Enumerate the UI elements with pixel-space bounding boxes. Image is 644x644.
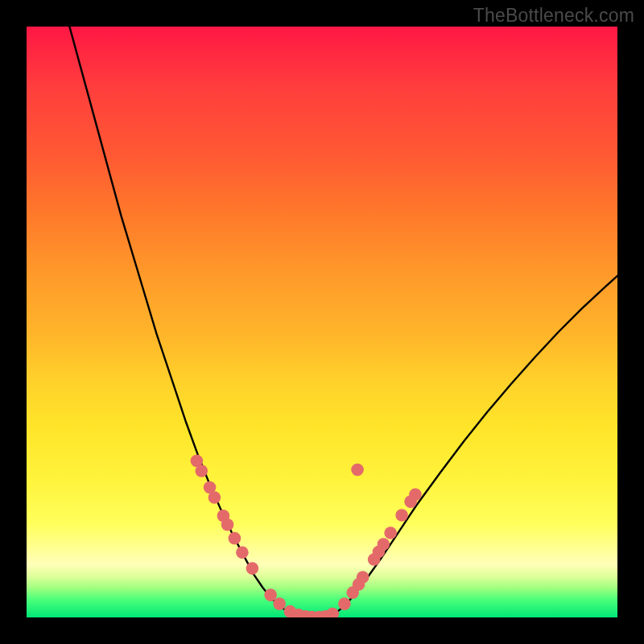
chart-area [27,27,617,617]
bottleneck-curve [68,27,617,617]
data-point-dot [221,518,234,531]
data-point-dot [338,597,351,610]
data-point-dot [357,571,369,584]
curve-layer [68,27,617,617]
data-point-dot [246,562,259,575]
data-point-dot [409,489,422,502]
data-point-dot [351,464,364,477]
data-point-dot [378,538,390,551]
data-point-dot [326,608,339,617]
data-point-dot [384,526,397,539]
data-point-dot [273,597,286,610]
watermark-text: TheBottleneck.com [473,5,634,27]
data-point-dot [229,532,242,545]
data-point-dot [208,491,221,504]
dots-layer [191,455,422,617]
plot-svg [27,27,617,617]
data-point-dot [264,588,277,601]
data-point-dot [195,464,208,477]
data-point-dot [395,509,408,522]
data-point-dot [236,546,249,559]
